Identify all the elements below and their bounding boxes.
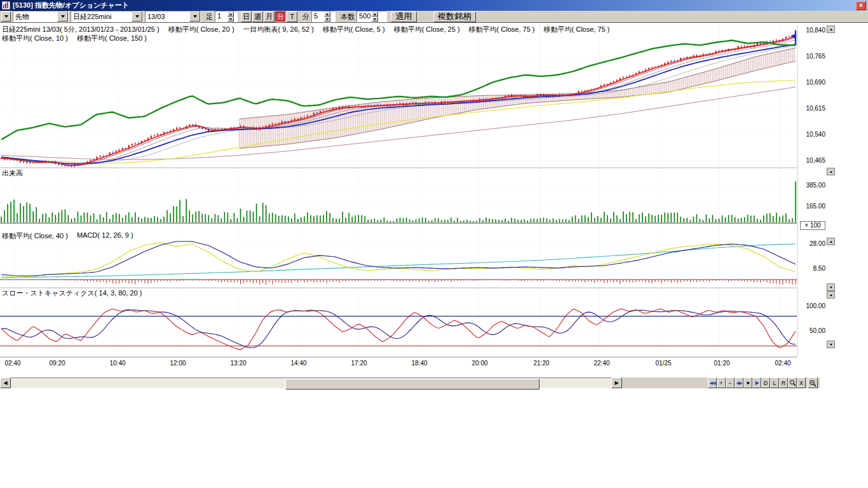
- magnifier-icon: [789, 379, 796, 386]
- app-icon: [2, 1, 10, 10]
- scroll-right-button[interactable]: ▶: [611, 377, 622, 388]
- price-axis-tick: 10,465: [799, 157, 825, 164]
- clear-tool-button[interactable]: X: [797, 377, 806, 388]
- expand-range-button[interactable]: ◀▶: [735, 377, 743, 388]
- bar-interval-value: 1: [215, 11, 227, 22]
- category-select[interactable]: 先物: [13, 11, 69, 22]
- legend-ma5: 移動平均( Close, 5 ): [323, 25, 385, 34]
- time-axis-label: 22:40: [593, 360, 609, 367]
- scroll-left-button[interactable]: ◀: [0, 377, 11, 388]
- zoom-in-button[interactable]: +: [717, 377, 726, 388]
- macd-pane-legend: 移動平均( Close, 40 ) MACD( 12, 26, 9 ): [2, 231, 133, 241]
- magnifier-icon: [809, 379, 817, 387]
- stoch-axis-tick: 50.00: [799, 327, 825, 334]
- period-week-button[interactable]: 週: [252, 11, 263, 22]
- stop-button[interactable]: ■: [743, 377, 752, 388]
- bar-interval-input[interactable]: 1: [215, 11, 238, 22]
- horizontal-scrollbar[interactable]: ◀ ▶ ◀◀ + − ◀▶ ■ ▶ D L R X: [0, 377, 820, 388]
- time-axis-label: 17:20: [351, 360, 367, 367]
- indicator-legend-row1: 日経225mini 13/03( 5分, 2013/01/23 - 2013/0…: [2, 25, 609, 34]
- symbol-select[interactable]: 日経225mini: [71, 11, 143, 22]
- legend-macd: MACD( 12, 26, 9 ): [77, 231, 133, 241]
- multi-symbol-button[interactable]: 複数銘柄: [433, 11, 476, 22]
- legend-ma75: 移動平均( Close, 75 ): [469, 25, 535, 34]
- window-title: [5130] 指数先物/オプションチャート: [13, 1, 129, 10]
- time-axis-label: 01:20: [714, 360, 729, 367]
- stoch-axis-tick: 100.00: [799, 302, 825, 309]
- spinner-up-icon: [372, 11, 378, 17]
- volume-axis-tick: 385.00: [799, 182, 825, 189]
- spinner-up-icon: [324, 11, 330, 17]
- volume-axis-tick: 165.00: [799, 203, 825, 210]
- macd-pane-scale-down-button[interactable]: [827, 283, 835, 291]
- apply-button[interactable]: 適用: [391, 11, 417, 22]
- mode-r-button[interactable]: R: [779, 377, 788, 388]
- legend-ma25: 移動平均( Close, 25 ): [394, 25, 460, 34]
- chevron-down-icon[interactable]: [132, 11, 142, 22]
- stochastics-pane-label: スロー・ストキャスティクス( 14, 3, 80, 20 ): [2, 288, 142, 298]
- play-button[interactable]: ▶: [752, 377, 761, 388]
- mini-dropdown-button[interactable]: [1, 11, 11, 22]
- legend-ma20: 移動平均( Close, 20 ): [168, 25, 234, 34]
- minute-spinner[interactable]: [324, 11, 330, 22]
- time-axis-label: 21:20: [533, 360, 549, 367]
- bar-count-value: 500: [357, 11, 372, 22]
- price-axis-tick: 10,840: [799, 27, 825, 34]
- volume-multiplier-badge: × 100: [800, 221, 825, 230]
- legend-ma150: 移動平均( Close, 150 ): [77, 34, 147, 43]
- minute-value: 5: [312, 11, 324, 22]
- bar-type-label: 足: [206, 12, 213, 22]
- legend-ma10: 移動平均( Close, 10 ): [2, 34, 68, 43]
- application-window: [5130] 指数先物/オプションチャート × 先物 日経225mini 13/…: [0, 0, 868, 488]
- price-axis-tick: 10,690: [799, 79, 825, 86]
- spinner-down-icon: [372, 17, 378, 22]
- time-axis-label: 02:40: [775, 360, 790, 367]
- minute-input[interactable]: 5: [311, 11, 336, 22]
- period-tick-button[interactable]: T: [287, 11, 297, 22]
- spinner-down-icon: [227, 17, 234, 22]
- toolbar: 先物 日経225mini 13/03 足 1 日 週 月 分 T 分 5 本数 …: [0, 11, 868, 23]
- macd-axis-tick: 28.00: [799, 240, 825, 247]
- period-minute-button[interactable]: 分: [275, 11, 286, 22]
- bar-count-spinner[interactable]: [372, 11, 378, 22]
- stoch-pane-scale-down-button[interactable]: [827, 341, 835, 348]
- chevron-down-icon: [4, 15, 8, 18]
- time-axis-label: 18:40: [411, 360, 427, 367]
- window-titlebar[interactable]: [5130] 指数先物/オプションチャート ×: [0, 0, 868, 11]
- legend-ichimoku: 一目均衡表( 9, 26, 52 ): [243, 25, 314, 34]
- zoom-out-button[interactable]: −: [726, 377, 735, 388]
- spinner-down-icon: [324, 17, 330, 22]
- bar-count-input[interactable]: 500: [356, 11, 387, 22]
- stoch-pane-scale-up-button[interactable]: [827, 291, 835, 299]
- macd-pane-scale-up-button[interactable]: [827, 238, 835, 245]
- price-axis-tick: 10,540: [799, 131, 825, 138]
- jump-start-button[interactable]: ◀◀: [708, 377, 717, 388]
- symbol-select-value: 日経225mini: [71, 12, 132, 22]
- legend-ma40: 移動平均( Close, 40 ): [2, 231, 68, 241]
- chart-canvas[interactable]: [0, 23, 798, 360]
- volume-pane-scale-up-button[interactable]: [827, 168, 835, 175]
- minute-label: 分: [302, 12, 309, 22]
- volume-pane-label: 出来高: [2, 168, 23, 178]
- spinner-up-icon: [227, 11, 234, 17]
- mode-d-button[interactable]: D: [761, 377, 770, 388]
- legend-ma75b: 移動平均( Close, 75 ): [543, 25, 609, 34]
- bar-interval-spinner[interactable]: [227, 11, 234, 22]
- period-month-button[interactable]: 月: [264, 11, 275, 22]
- price-pane-scale-up-button[interactable]: [827, 25, 835, 33]
- magnifier-button[interactable]: [808, 377, 818, 388]
- contract-month-value: 13/03: [146, 13, 189, 20]
- mode-l-button[interactable]: L: [770, 377, 779, 388]
- chevron-down-icon[interactable]: [57, 11, 68, 22]
- price-axis-tick: 10,615: [799, 105, 825, 112]
- chevron-down-icon[interactable]: [189, 11, 200, 22]
- contract-month-select[interactable]: 13/03: [145, 11, 201, 22]
- window-close-button[interactable]: ×: [856, 1, 866, 10]
- indicator-legend-row2: 移動平均( Close, 10 ) 移動平均( Close, 150 ): [2, 34, 147, 43]
- scrollbar-thumb[interactable]: [285, 379, 539, 390]
- period-day-button[interactable]: 日: [241, 11, 252, 22]
- zoom-tool-button[interactable]: [788, 377, 797, 388]
- time-axis-label: 09:20: [49, 360, 65, 367]
- time-axis-label: 14:40: [290, 360, 306, 367]
- scrollbar-track[interactable]: [11, 377, 611, 388]
